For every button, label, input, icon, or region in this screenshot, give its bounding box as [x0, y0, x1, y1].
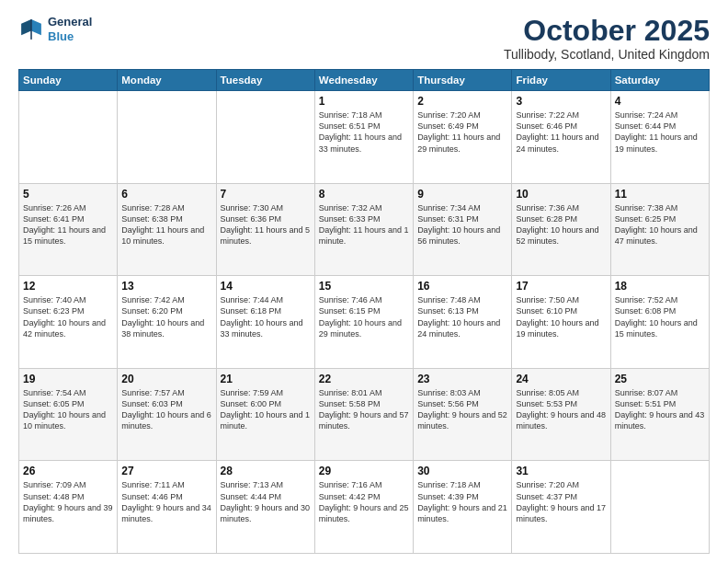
calendar-body: 1Sunrise: 7:18 AM Sunset: 6:51 PM Daylig…: [19, 91, 710, 554]
day-info: Sunrise: 7:22 AM Sunset: 6:46 PM Dayligh…: [516, 109, 606, 155]
day-number: 17: [516, 280, 606, 293]
calendar-cell: 29Sunrise: 7:16 AM Sunset: 4:42 PM Dayli…: [314, 461, 413, 554]
calendar-cell: 24Sunrise: 8:05 AM Sunset: 5:53 PM Dayli…: [512, 368, 610, 461]
calendar-cell: 22Sunrise: 8:01 AM Sunset: 5:58 PM Dayli…: [314, 368, 413, 461]
calendar-cell: 27Sunrise: 7:11 AM Sunset: 4:46 PM Dayli…: [118, 461, 216, 554]
col-friday: Friday: [512, 70, 610, 91]
day-info: Sunrise: 7:52 AM Sunset: 6:08 PM Dayligh…: [615, 294, 705, 339]
calendar-week-2: 12Sunrise: 7:40 AM Sunset: 6:23 PM Dayli…: [19, 276, 710, 369]
col-sunday: Sunday: [19, 70, 118, 91]
calendar-table: Sunday Monday Tuesday Wednesday Thursday…: [18, 69, 710, 554]
day-info: Sunrise: 7:54 AM Sunset: 6:05 PM Dayligh…: [23, 387, 113, 432]
calendar-cell: 10Sunrise: 7:36 AM Sunset: 6:28 PM Dayli…: [512, 183, 610, 276]
day-number: 22: [319, 373, 409, 385]
day-info: Sunrise: 7:20 AM Sunset: 4:37 PM Dayligh…: [516, 479, 606, 524]
day-number: 13: [121, 280, 211, 293]
calendar-cell: 11Sunrise: 7:38 AM Sunset: 6:25 PM Dayli…: [610, 183, 709, 276]
day-info: Sunrise: 7:16 AM Sunset: 4:42 PM Dayligh…: [319, 479, 409, 524]
calendar-cell: 25Sunrise: 8:07 AM Sunset: 5:51 PM Dayli…: [610, 368, 709, 461]
day-info: Sunrise: 7:40 AM Sunset: 6:23 PM Dayligh…: [23, 294, 113, 339]
calendar-header: Sunday Monday Tuesday Wednesday Thursday…: [19, 70, 710, 91]
day-info: Sunrise: 7:18 AM Sunset: 4:39 PM Dayligh…: [417, 479, 507, 524]
calendar-week-4: 26Sunrise: 7:09 AM Sunset: 4:48 PM Dayli…: [19, 461, 710, 554]
day-number: 18: [615, 280, 705, 293]
calendar-cell: [610, 461, 709, 554]
day-info: Sunrise: 7:32 AM Sunset: 6:33 PM Dayligh…: [319, 202, 409, 247]
day-number: 10: [516, 188, 606, 201]
calendar-cell: 15Sunrise: 7:46 AM Sunset: 6:15 PM Dayli…: [314, 276, 413, 369]
day-number: 31: [516, 465, 606, 477]
day-number: 25: [615, 373, 705, 385]
day-info: Sunrise: 7:38 AM Sunset: 6:25 PM Dayligh…: [615, 202, 705, 247]
page: General Blue October 2025 Tullibody, Sco…: [0, 0, 728, 563]
day-number: 21: [221, 373, 311, 385]
day-number: 30: [417, 465, 507, 477]
day-info: Sunrise: 8:07 AM Sunset: 5:51 PM Dayligh…: [615, 387, 705, 432]
col-thursday: Thursday: [414, 70, 512, 91]
day-number: 6: [121, 188, 211, 201]
calendar-cell: 12Sunrise: 7:40 AM Sunset: 6:23 PM Dayli…: [19, 276, 118, 369]
calendar-cell: 30Sunrise: 7:18 AM Sunset: 4:39 PM Dayli…: [414, 461, 512, 554]
day-number: 29: [319, 465, 409, 477]
day-info: Sunrise: 7:20 AM Sunset: 6:49 PM Dayligh…: [417, 109, 507, 155]
day-number: 2: [417, 95, 507, 108]
calendar-cell: 4Sunrise: 7:24 AM Sunset: 6:44 PM Daylig…: [610, 91, 709, 184]
day-info: Sunrise: 8:05 AM Sunset: 5:53 PM Dayligh…: [516, 387, 606, 432]
col-tuesday: Tuesday: [216, 70, 314, 91]
day-info: Sunrise: 7:28 AM Sunset: 6:38 PM Dayligh…: [121, 202, 211, 247]
calendar-cell: 19Sunrise: 7:54 AM Sunset: 6:05 PM Dayli…: [19, 368, 118, 461]
calendar-cell: 14Sunrise: 7:44 AM Sunset: 6:18 PM Dayli…: [216, 276, 314, 369]
day-info: Sunrise: 7:11 AM Sunset: 4:46 PM Dayligh…: [121, 479, 211, 524]
calendar-week-3: 19Sunrise: 7:54 AM Sunset: 6:05 PM Dayli…: [19, 368, 710, 461]
day-number: 28: [221, 465, 311, 477]
day-number: 27: [121, 465, 211, 477]
day-number: 4: [615, 95, 705, 108]
title-block: October 2025 Tullibody, Scotland, United…: [504, 15, 710, 62]
day-number: 5: [23, 188, 113, 201]
header: General Blue October 2025 Tullibody, Sco…: [18, 15, 710, 62]
calendar-cell: [118, 91, 216, 184]
calendar-cell: 7Sunrise: 7:30 AM Sunset: 6:36 PM Daylig…: [216, 183, 314, 276]
calendar-cell: 23Sunrise: 8:03 AM Sunset: 5:56 PM Dayli…: [414, 368, 512, 461]
calendar-week-0: 1Sunrise: 7:18 AM Sunset: 6:51 PM Daylig…: [19, 91, 710, 184]
calendar-cell: [19, 91, 118, 184]
day-info: Sunrise: 8:03 AM Sunset: 5:56 PM Dayligh…: [417, 387, 507, 432]
day-number: 3: [516, 95, 606, 108]
day-info: Sunrise: 7:18 AM Sunset: 6:51 PM Dayligh…: [319, 109, 409, 155]
day-number: 20: [121, 373, 211, 385]
day-number: 9: [417, 188, 507, 201]
day-info: Sunrise: 7:13 AM Sunset: 4:44 PM Dayligh…: [221, 479, 311, 524]
day-number: 14: [221, 280, 311, 293]
calendar-cell: 3Sunrise: 7:22 AM Sunset: 6:46 PM Daylig…: [512, 91, 610, 184]
day-number: 19: [23, 373, 113, 385]
logo: General Blue: [18, 15, 92, 43]
day-info: Sunrise: 7:30 AM Sunset: 6:36 PM Dayligh…: [221, 202, 311, 247]
day-number: 24: [516, 373, 606, 385]
calendar-cell: 6Sunrise: 7:28 AM Sunset: 6:38 PM Daylig…: [118, 183, 216, 276]
day-number: 8: [319, 188, 409, 201]
day-info: Sunrise: 7:09 AM Sunset: 4:48 PM Dayligh…: [23, 479, 113, 524]
svg-rect-3: [30, 19, 32, 40]
calendar-cell: 13Sunrise: 7:42 AM Sunset: 6:20 PM Dayli…: [118, 276, 216, 369]
day-info: Sunrise: 7:24 AM Sunset: 6:44 PM Dayligh…: [615, 109, 705, 155]
day-info: Sunrise: 7:57 AM Sunset: 6:03 PM Dayligh…: [121, 387, 211, 432]
calendar-cell: 28Sunrise: 7:13 AM Sunset: 4:44 PM Dayli…: [216, 461, 314, 554]
day-number: 15: [319, 280, 409, 293]
calendar-cell: 26Sunrise: 7:09 AM Sunset: 4:48 PM Dayli…: [19, 461, 118, 554]
day-info: Sunrise: 8:01 AM Sunset: 5:58 PM Dayligh…: [319, 387, 409, 432]
calendar-cell: 2Sunrise: 7:20 AM Sunset: 6:49 PM Daylig…: [414, 91, 512, 184]
col-monday: Monday: [118, 70, 216, 91]
calendar-cell: 17Sunrise: 7:50 AM Sunset: 6:10 PM Dayli…: [512, 276, 610, 369]
calendar-cell: 21Sunrise: 7:59 AM Sunset: 6:00 PM Dayli…: [216, 368, 314, 461]
weekday-row: Sunday Monday Tuesday Wednesday Thursday…: [19, 70, 710, 91]
location: Tullibody, Scotland, United Kingdom: [504, 47, 710, 62]
day-info: Sunrise: 7:46 AM Sunset: 6:15 PM Dayligh…: [319, 294, 409, 339]
day-info: Sunrise: 7:44 AM Sunset: 6:18 PM Dayligh…: [221, 294, 311, 339]
day-info: Sunrise: 7:42 AM Sunset: 6:20 PM Dayligh…: [121, 294, 211, 339]
day-number: 7: [221, 188, 311, 201]
day-info: Sunrise: 7:34 AM Sunset: 6:31 PM Dayligh…: [417, 202, 507, 247]
day-number: 16: [417, 280, 507, 293]
day-info: Sunrise: 7:48 AM Sunset: 6:13 PM Dayligh…: [417, 294, 507, 339]
logo-icon: [18, 17, 44, 42]
day-number: 1: [319, 95, 409, 108]
